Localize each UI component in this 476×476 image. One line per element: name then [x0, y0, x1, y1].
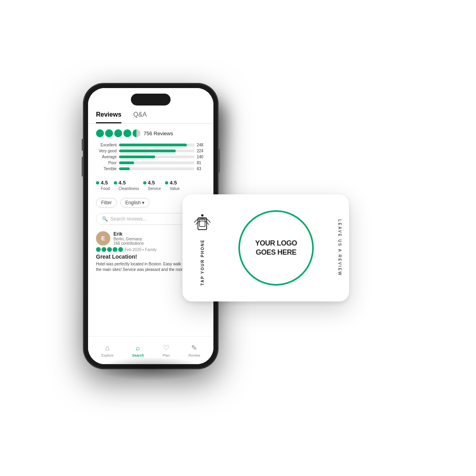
category-ratings: 4.5 Food 4.5 Cleanliness 4.5 Service 4.5… [88, 175, 213, 195]
phone-drop-shadow [95, 357, 206, 381]
review-date: Feb 2020 • Family [125, 248, 157, 252]
rev-star-4 [113, 247, 117, 252]
card-left-section: TAP YOUR PHONE [182, 203, 222, 294]
cat-dot-3 [165, 181, 168, 184]
cat-score-1: 4.5 [119, 180, 126, 186]
rating-bar-chart: Excellent 248 Very good 224 Average 140 … [96, 143, 205, 171]
tab-reviews[interactable]: Reviews [96, 111, 121, 123]
review-stars [96, 247, 123, 252]
cat-name-0: Food [101, 186, 110, 191]
dynamic-island [131, 94, 171, 106]
bar-track-1 [119, 150, 194, 152]
nav-item-plan[interactable]: ♡ Plan [163, 344, 170, 357]
language-filter-button[interactable]: English ▾ [120, 198, 150, 207]
cat-score-row-1: 4.5 [114, 180, 126, 186]
bar-num-1: 224 [197, 149, 205, 153]
star-2 [105, 129, 113, 137]
overall-stars [96, 129, 140, 137]
volume-down-button [82, 157, 83, 177]
nfc-tap-icon [192, 211, 212, 236]
reviewer-avatar: E [96, 231, 110, 246]
bar-track-4 [119, 167, 194, 170]
cat-name-2: Service [148, 186, 161, 191]
nfc-card: TAP YOUR PHONE YOUR LOGO GOES HERE LEAVE… [182, 194, 349, 301]
bar-label-4: Terrible [96, 167, 117, 171]
star-5-half [132, 129, 140, 137]
cat-dot-0 [96, 181, 99, 184]
nav-item-review[interactable]: ✎ Review [188, 344, 200, 357]
category-item-cleanliness: 4.5 Cleanliness [114, 180, 139, 191]
category-item-food: 4.5 Food [96, 180, 110, 191]
bar-label-0: Excellent [96, 143, 117, 147]
bar-fill-1 [119, 150, 176, 152]
cat-dot-2 [143, 181, 146, 184]
card-center-section: YOUR LOGO GOES HERE [222, 202, 330, 294]
bar-num-2: 140 [197, 155, 205, 159]
reviewer-name: Erik [113, 231, 144, 237]
cat-score-2: 4.5 [148, 180, 155, 186]
star-1 [96, 129, 104, 137]
reviewer-info: Erik Berlin, Germany 166 contributions [113, 231, 144, 246]
category-item-service: 4.5 Service [143, 180, 161, 191]
nav-icon-plan: ♡ [163, 344, 169, 352]
logo-placeholder-text: YOUR LOGO GOES HERE [255, 239, 297, 257]
bar-fill-0 [119, 144, 187, 146]
svg-rect-1 [200, 219, 205, 226]
nav-icon-search: ⌕ [136, 344, 140, 352]
bar-num-0: 248 [197, 143, 205, 147]
bar-fill-4 [119, 167, 130, 170]
leave-review-text: LEAVE US A REVIEW [338, 219, 342, 276]
reviewer-location: Berlin, Germany [113, 237, 144, 241]
bar-label-3: Poor [96, 161, 117, 165]
bar-num-4: 63 [197, 167, 205, 171]
volume-up-button [82, 139, 83, 151]
bar-label-2: Average [96, 155, 117, 159]
cat-score-0: 4.5 [101, 180, 108, 186]
nav-item-search[interactable]: ⌕ Search [132, 344, 144, 357]
category-item-value: 4.5 Value [165, 180, 180, 191]
cat-score-row-3: 4.5 [165, 180, 177, 186]
cat-score-3: 4.5 [170, 180, 177, 186]
bar-fill-2 [119, 155, 155, 158]
cat-score-row-2: 4.5 [143, 180, 155, 186]
bar-row-4: Terrible 63 [96, 167, 205, 171]
reviewer-contributions: 166 contributions [113, 241, 144, 246]
cat-name-1: Cleanliness [119, 186, 139, 191]
rev-star-2 [102, 247, 106, 252]
bar-track-2 [119, 155, 194, 158]
bar-row-1: Very good 224 [96, 149, 205, 153]
cat-name-3: Value [170, 186, 180, 191]
search-icon: 🔍 [102, 216, 108, 222]
search-input-placeholder: Search reviews... [110, 216, 147, 222]
star-3 [114, 129, 122, 137]
nav-label-review: Review [188, 353, 200, 357]
nav-label-search: Search [132, 353, 144, 357]
bar-row-2: Average 140 [96, 155, 205, 159]
card-right-section: LEAVE US A REVIEW [330, 211, 349, 284]
bar-track-3 [119, 161, 194, 164]
bar-row-3: Poor 81 [96, 161, 205, 165]
nav-label-explore: Explore [101, 353, 113, 357]
bar-track-0 [119, 144, 194, 146]
rating-section: 756 Reviews Excellent 248 Very good 224 … [88, 124, 213, 175]
star-4 [123, 129, 131, 137]
bar-fill-3 [119, 161, 134, 164]
tab-qa[interactable]: Q&A [133, 111, 147, 123]
bar-row-0: Excellent 248 [96, 143, 205, 147]
filter-button[interactable]: Filter [96, 198, 117, 207]
bar-label-1: Very good [96, 149, 117, 153]
rev-star-1 [96, 247, 101, 252]
rev-star-5 [118, 247, 123, 252]
svg-point-2 [201, 214, 203, 217]
cat-score-row-0: 4.5 [96, 180, 108, 186]
cat-dot-1 [114, 181, 117, 184]
rev-star-3 [107, 247, 112, 252]
overall-rating: 756 Reviews [96, 129, 205, 137]
nav-label-plan: Plan [163, 353, 170, 357]
nav-item-explore[interactable]: ⌂ Explore [101, 344, 113, 357]
review-count: 756 Reviews [144, 131, 173, 136]
bar-num-3: 81 [197, 161, 205, 165]
nav-icon-review: ✎ [191, 344, 197, 352]
logo-circle: YOUR LOGO GOES HERE [238, 210, 314, 286]
nav-icon-explore: ⌂ [105, 344, 109, 352]
